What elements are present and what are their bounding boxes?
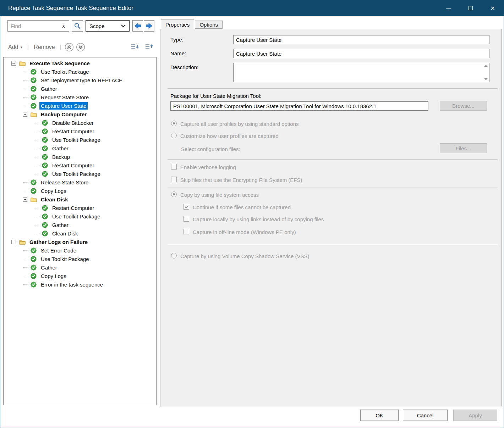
radio-vss[interactable] xyxy=(171,253,177,259)
tree-step-row[interactable]: Error in the task sequence xyxy=(4,280,156,289)
tree-step-row[interactable]: Restart Computer xyxy=(4,161,156,169)
step-check-icon xyxy=(31,77,37,83)
description-scrollbar[interactable] xyxy=(483,63,489,82)
toolbar-separator: | xyxy=(25,44,31,50)
tree-step-row[interactable]: Use Toolkit Package xyxy=(4,169,156,178)
radio-standard-options[interactable] xyxy=(171,121,177,126)
tree-step-row[interactable]: Copy Logs xyxy=(4,187,156,195)
scroll-up-icon[interactable] xyxy=(484,65,488,67)
tree-group-row[interactable]: Execute Task Sequence xyxy=(4,59,156,67)
find-previous-button[interactable] xyxy=(132,20,143,32)
cancel-button[interactable]: Cancel xyxy=(403,410,448,421)
tree-step-row[interactable]: Release State Store xyxy=(4,178,156,187)
separator-line xyxy=(168,188,498,188)
tab-properties[interactable]: Properties xyxy=(161,20,194,29)
search-button[interactable] xyxy=(72,20,83,32)
move-up-icon xyxy=(65,43,74,52)
add-button[interactable]: Add ▾ xyxy=(5,44,25,50)
tree-item-label: Restart Computer xyxy=(51,204,95,212)
window-title: Replace Task Sequence Task Sequence Edit… xyxy=(8,0,133,16)
tree-step-row[interactable]: Restart Computer xyxy=(4,204,156,212)
search-icon xyxy=(74,22,81,29)
tree-step-row[interactable]: Use Toolkit Package xyxy=(4,67,156,76)
step-check-icon xyxy=(42,120,49,126)
tree-step-row[interactable]: Gather xyxy=(4,221,156,229)
scope-dropdown-value: Scope xyxy=(89,23,105,29)
checkbox-capture-locally[interactable] xyxy=(183,216,189,222)
close-button[interactable]: ✕ xyxy=(482,0,504,16)
step-check-icon xyxy=(31,273,37,279)
browse-button[interactable]: Browse... xyxy=(440,101,487,111)
tree-step-row[interactable]: Capture User State xyxy=(4,101,156,110)
radio-file-system-access[interactable] xyxy=(171,191,177,197)
tree-step-row[interactable]: Copy Logs xyxy=(4,272,156,280)
tree-connector xyxy=(34,204,42,212)
radio-customize-profiles[interactable] xyxy=(171,133,177,138)
step-check-icon xyxy=(31,103,37,109)
tree-step-row[interactable]: Restart Computer xyxy=(4,127,156,135)
type-input[interactable] xyxy=(233,35,489,44)
step-check-icon xyxy=(42,145,49,151)
clear-find-button[interactable]: x xyxy=(59,20,68,32)
tree-step-row[interactable]: Clean Disk xyxy=(4,229,156,238)
tree-step-row[interactable]: Request State Store xyxy=(4,93,156,101)
remove-button-label: Remove xyxy=(34,44,55,50)
step-check-icon xyxy=(31,94,37,100)
expand-all-button[interactable] xyxy=(130,43,140,51)
scope-dropdown[interactable]: Scope xyxy=(86,20,130,32)
select-config-files-label: Select configuration files: xyxy=(181,146,240,152)
tree-step-row[interactable]: Gather xyxy=(4,144,156,152)
arrow-right-icon xyxy=(145,23,153,29)
folder-icon xyxy=(19,60,26,66)
description-textarea[interactable] xyxy=(233,63,489,82)
tab-options[interactable]: Options xyxy=(195,21,223,29)
tree-expander-icon[interactable] xyxy=(23,195,31,204)
folder-icon xyxy=(31,196,37,202)
tree-connector xyxy=(23,67,31,76)
tree-connector xyxy=(34,144,42,152)
tree-step-row[interactable]: Gather xyxy=(4,263,156,272)
step-check-icon xyxy=(31,69,37,75)
ok-button[interactable]: OK xyxy=(360,410,399,421)
tree-item-label: Gather xyxy=(51,221,70,229)
remove-button[interactable]: Remove xyxy=(31,44,58,50)
task-sequence-tree[interactable]: Execute Task SequenceUse Toolkit Package… xyxy=(3,57,157,405)
tree-item-label: Restart Computer xyxy=(51,128,95,135)
maximize-icon xyxy=(469,6,473,10)
tree-group-row[interactable]: Gather Logs on Failure xyxy=(4,238,156,246)
collapse-all-button[interactable] xyxy=(144,43,154,51)
checkbox-verbose-logging-label: Enable verbose logging xyxy=(180,164,236,170)
tree-step-row[interactable]: Disable BitLocker xyxy=(4,118,156,127)
checkbox-offline-mode[interactable] xyxy=(183,229,189,234)
move-up-button[interactable] xyxy=(64,43,75,52)
tree-expander-icon[interactable] xyxy=(11,238,19,246)
tree-expander-icon[interactable] xyxy=(23,110,31,118)
name-input[interactable] xyxy=(233,49,489,58)
maximize-button[interactable] xyxy=(460,0,482,16)
tree-step-row[interactable]: Use Toolkit Package xyxy=(4,212,156,221)
scroll-down-icon[interactable] xyxy=(484,78,488,80)
tree-connector xyxy=(34,212,42,221)
checkbox-continue-if-files-fail[interactable] xyxy=(183,204,189,210)
find-next-button[interactable] xyxy=(144,20,154,32)
separator-line xyxy=(168,244,498,245)
files-button[interactable]: Files... xyxy=(440,143,487,153)
tree-step-row[interactable]: Use Toolkit Package xyxy=(4,255,156,263)
tree-step-row[interactable]: Set DeploymentType to REPLACE xyxy=(4,76,156,84)
tree-step-row[interactable]: Backup xyxy=(4,152,156,161)
package-input[interactable] xyxy=(170,101,428,111)
tree-step-row[interactable]: Set Error Code xyxy=(4,246,156,255)
tree-step-row[interactable]: Use Toolkit Package xyxy=(4,135,156,144)
checkbox-skip-efs[interactable] xyxy=(171,177,177,182)
step-check-icon xyxy=(42,154,49,160)
tree-expander-icon[interactable] xyxy=(11,59,19,67)
checkbox-verbose-logging[interactable] xyxy=(171,164,177,169)
tree-step-row[interactable]: Gather xyxy=(4,84,156,93)
step-check-icon xyxy=(42,222,49,228)
apply-button[interactable]: Apply xyxy=(453,410,497,421)
move-down-button[interactable] xyxy=(75,43,86,52)
minimize-button[interactable]: — xyxy=(438,0,460,16)
tree-group-row[interactable]: Clean Disk xyxy=(4,195,156,204)
tree-group-row[interactable]: Backup Computer xyxy=(4,110,156,118)
radio-standard-options-label: Capture all user profiles by using stand… xyxy=(180,121,299,127)
